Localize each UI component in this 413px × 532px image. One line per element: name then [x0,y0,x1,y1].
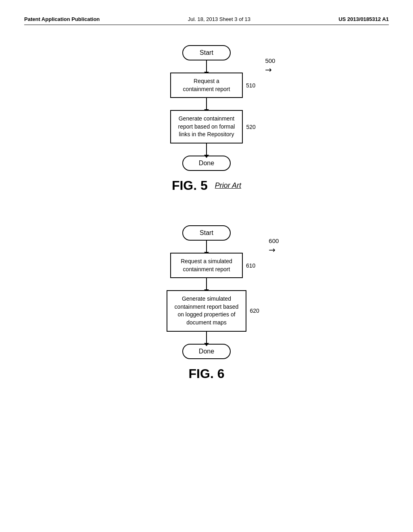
label-600-arrow: ↖ [266,244,278,256]
arrow-3-5 [206,143,207,156]
label-510: 510 [246,82,255,89]
flowchart-5-inner: Start Request a containment report 510 [170,45,243,171]
label-500-container: 500 ↖ [265,57,275,75]
label-500-arrow: ↖ [263,64,274,76]
figure-5-section: 500 ↖ Start Request a containment report… [24,45,389,193]
flowchart-500: 500 ↖ Start Request a containment report… [170,45,243,171]
step-620-row: Generate simulated containment report ba… [167,290,247,331]
page: Patent Application Publication Jul. 18, … [0,0,413,532]
header-left: Patent Application Publication [24,16,100,22]
label-600-text: 600 [269,237,279,244]
arrow-1-6 [206,241,207,253]
flowchart-600: 600 ↖ Start Request a simulated containm… [167,225,247,359]
label-600-container: 600 ↖ [269,237,279,255]
start-node-5: Start [182,45,231,60]
fig6-label-row: FIG. 6 [189,366,225,381]
step-610-node: Request a simulated containment report [170,253,243,278]
prior-art-label: Prior Art [215,181,241,190]
arrow-2-6 [206,278,207,290]
step-510-row: Request a containment report 510 [170,73,243,98]
start-node-6: Start [182,225,231,241]
fig6-label: FIG. 6 [189,366,225,381]
step-510-node: Request a containment report [170,73,243,98]
label-520: 520 [246,124,255,130]
header-right: US 2013/0185312 A1 [338,16,389,22]
step-620-node: Generate simulated containment report ba… [167,290,247,331]
fig5-label-row: FIG. 5 Prior Art [172,178,241,193]
arrow-2-5 [206,98,207,110]
arrow-1-5 [206,60,207,73]
label-500-text: 500 [265,57,275,64]
figure-6-section: 600 ↖ Start Request a simulated containm… [24,225,389,381]
label-620: 620 [250,308,259,314]
step-520-row: Generate containment report based on for… [170,110,243,143]
flowchart-6-inner: Start Request a simulated containment re… [167,225,247,359]
label-610: 610 [246,262,255,269]
step-610-row: Request a simulated containment report 6… [170,253,243,278]
page-header: Patent Application Publication Jul. 18, … [24,16,389,25]
header-center: Jul. 18, 2013 Sheet 3 of 13 [188,16,250,22]
fig5-label: FIG. 5 [172,178,208,193]
step-520-node: Generate containment report based on for… [170,110,243,143]
arrow-3-6 [206,332,207,344]
